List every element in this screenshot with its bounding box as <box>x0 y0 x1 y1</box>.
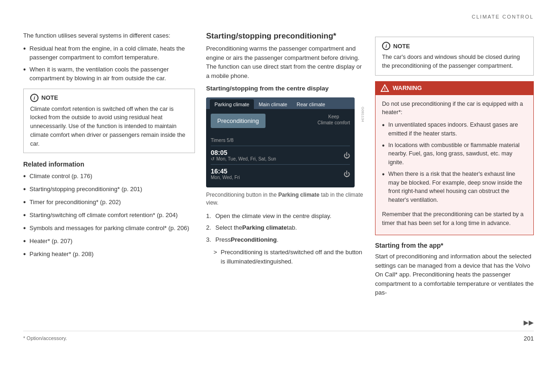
timer-2-icon[interactable]: ⏻ <box>343 170 350 178</box>
warning-intro: Do not use preconditioning if the car is… <box>382 100 527 117</box>
timer-1-days: ↺ Mon, Tue, Wed, Fri, Sat, Sun <box>211 156 276 161</box>
warning-title-bar: ! WARNING <box>375 81 534 95</box>
sub-section-title: Starting/stopping from the centre displa… <box>206 85 364 92</box>
header-title: CLIMATE CONTROL <box>472 14 534 19</box>
image-ref: G081134 <box>361 107 365 122</box>
page-header: CLIMATE CONTROL <box>23 14 534 22</box>
timer-2-details: 16:45 Mon, Wed, Fri <box>211 167 240 180</box>
right-note-title: i NOTE <box>382 42 527 50</box>
timer-2: 16:45 Mon, Wed, Fri ⏻ <box>211 164 350 183</box>
footer-arrows: ▶▶ <box>23 315 534 326</box>
info-icon-right: i <box>382 42 390 50</box>
left-column: The function utilises several systems in… <box>23 31 195 265</box>
info-icon: i <box>30 94 39 102</box>
related-info-list: Climate control (p. 176) Starting/stoppi… <box>23 172 195 260</box>
content-columns: The function utilises several systems in… <box>23 31 534 301</box>
caption-bold-1: Parking climate <box>278 192 319 198</box>
keep-climate-label: Keep Climate comfort <box>317 114 350 126</box>
step-1: Open the climate view in the centre disp… <box>206 212 364 221</box>
warning-title-label: WARNING <box>393 84 422 91</box>
screen-wrapper: Parking climate Main climate Rear climat… <box>206 97 364 187</box>
svg-text:!: ! <box>384 87 386 91</box>
timers-label: Timers 5/8 <box>211 137 350 143</box>
app-section-text: Start of preconditioning and information… <box>375 252 534 297</box>
list-item: When it is warm, the ventilation cools t… <box>23 65 195 83</box>
related-info-title: Related information <box>23 161 195 168</box>
step-2: Select the Parking climate tab. <box>206 223 364 232</box>
page-number: 201 <box>524 335 534 342</box>
list-item: In unventilated spaces indoors. Exhaust … <box>382 121 527 138</box>
timer-1-time: 08:05 <box>211 149 276 156</box>
steps-list: Open the climate view in the centre disp… <box>206 212 364 244</box>
right-column: i NOTE The car's doors and windows shoul… <box>375 31 534 301</box>
warning-bullets: In unventilated spaces indoors. Exhaust … <box>382 121 527 205</box>
list-item[interactable]: Climate control (p. 176) <box>23 172 195 182</box>
middle-intro: Preconditioning warms the passenger comp… <box>206 44 364 80</box>
step-3-bold: Preconditioning <box>231 235 277 244</box>
warning-triangle-icon: ! <box>381 84 389 92</box>
note-box-left: i NOTE Climate comfort retention is swit… <box>23 89 195 154</box>
intro-bullets: Residual heat from the engine, in a cold… <box>23 44 195 83</box>
result-item: Preconditioning is started/switched off … <box>214 248 364 266</box>
page: CLIMATE CONTROL The function utilises se… <box>0 0 557 392</box>
note-title: i NOTE <box>30 94 188 102</box>
warning-body: Do not use preconditioning if the car is… <box>375 95 534 236</box>
middle-column: Starting/stopping preconditioning* Preco… <box>206 31 364 269</box>
warning-box: ! WARNING Do not use preconditioning if … <box>375 81 534 236</box>
timer-2-time: 16:45 <box>211 167 240 175</box>
app-section-title: Starting from the app* <box>375 242 534 249</box>
intro-text: The function utilises several systems in… <box>23 31 195 40</box>
step-3: Press Preconditioning. <box>206 235 364 244</box>
step-2-bold: Parking climate <box>242 223 287 232</box>
right-note-text: The car's doors and windows should be cl… <box>382 53 527 71</box>
tab-main-climate[interactable]: Main climate <box>254 99 292 109</box>
timer-1: 08:05 ↺ Mon, Tue, Wed, Fri, Sat, Sun ⏻ <box>211 146 350 164</box>
list-item[interactable]: Starting/switching off climate comfort r… <box>23 211 195 221</box>
screen-tabs: Parking climate Main climate Rear climat… <box>206 97 355 109</box>
warning-footer: Remember that the preconditioning can be… <box>382 210 527 228</box>
list-item: When there is a risk that the heater's e… <box>382 170 527 205</box>
list-item[interactable]: Symbols and messages for parking climate… <box>23 224 195 234</box>
timer-1-details: 08:05 ↺ Mon, Tue, Wed, Fri, Sat, Sun <box>211 149 276 161</box>
list-item[interactable]: Parking heater* (p. 208) <box>23 250 195 260</box>
tab-parking-climate[interactable]: Parking climate <box>210 99 254 109</box>
screen-body: Preconditioning Keep Climate comfort Tim… <box>206 109 355 187</box>
footer: * Option/accessory. 201 <box>23 331 534 342</box>
main-section-title: Starting/stopping preconditioning* <box>206 31 364 41</box>
footer-footnote: * Option/accessory. <box>23 335 67 341</box>
list-item: Residual heat from the engine, in a cold… <box>23 44 195 62</box>
list-item[interactable]: Timer for preconditioning* (p. 202) <box>23 198 195 208</box>
preconditioning-button[interactable]: Preconditioning <box>211 114 266 128</box>
list-item[interactable]: Heater* (p. 207) <box>23 237 195 247</box>
screen-caption: Preconditioning button in the Parking cl… <box>206 191 364 207</box>
forward-arrows: ▶▶ <box>524 319 534 326</box>
list-item: In locations with combustible or flammab… <box>382 141 527 167</box>
timer-2-days: Mon, Wed, Fri <box>211 175 240 180</box>
tab-rear-climate[interactable]: Rear climate <box>292 99 330 109</box>
list-item[interactable]: Starting/stopping preconditioning* (p. 2… <box>23 185 195 195</box>
timer-1-icon[interactable]: ⏻ <box>343 152 350 159</box>
screen-mockup: Parking climate Main climate Rear climat… <box>206 97 355 187</box>
note-text: Climate comfort retention is switched of… <box>30 105 188 148</box>
screen-top-row: Preconditioning Keep Climate comfort <box>211 114 350 132</box>
note-box-right: i NOTE The car's doors and windows shoul… <box>375 37 534 76</box>
